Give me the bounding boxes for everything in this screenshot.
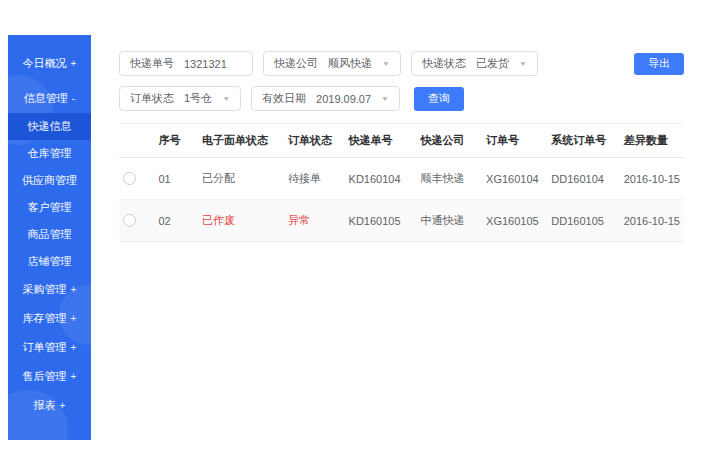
expand-icon: + [60, 400, 66, 411]
table-header-row: 序号 电子面单状态 订单状态 快递单号 快递公司 订单号 系统订单号 差异数量 [119, 124, 684, 158]
sidebar-item-customer-management[interactable]: 客户管理 [8, 194, 91, 221]
row-radio-button[interactable] [123, 214, 136, 227]
sidebar-item-label: 订单管理 [23, 340, 67, 355]
express-number-label: 快递单号 [130, 56, 174, 71]
results-table: 序号 电子面单状态 订单状态 快递单号 快递公司 订单号 系统订单号 差异数量 … [119, 123, 684, 242]
order-status-value: 1号仓 [184, 91, 212, 106]
express-status-label: 快递状态 [422, 56, 466, 71]
cell-express-number: KD160104 [345, 158, 417, 200]
filter-row-1: 快递单号 快递公司 顺风快递 ▼ 快递状态 已发货 ▼ 导出 [119, 51, 684, 76]
cell-order-status: 待接单 [284, 158, 345, 200]
header-order-number: 订单号 [482, 124, 547, 158]
main-content: 快递单号 快递公司 顺风快递 ▼ 快递状态 已发货 ▼ 导出 订单状态 1号仓 … [91, 35, 700, 440]
valid-date-value: 2019.09.07 [316, 93, 371, 105]
expand-icon: + [71, 371, 77, 382]
sidebar-item-label: 报表 [34, 398, 56, 413]
sidebar-item-label: 仓库管理 [28, 146, 72, 161]
valid-date-label: 有效日期 [262, 91, 306, 106]
sidebar-item-label: 店铺管理 [28, 254, 72, 269]
select-column-header [119, 124, 154, 158]
sidebar-item-info-management[interactable]: 信息管理 - [8, 84, 91, 113]
search-button[interactable]: 查询 [414, 87, 464, 111]
sidebar-item-order-management[interactable]: 订单管理 + [8, 333, 91, 362]
chevron-down-icon: ▼ [381, 95, 389, 102]
valid-date-select[interactable]: 有效日期 2019.09.07 ▼ [251, 86, 400, 111]
sidebar-item-label: 供应商管理 [22, 173, 77, 188]
sidebar: 今日概况 + 信息管理 - 快递信息 仓库管理 供应商管理 客户管理 商品管理 [8, 35, 91, 440]
chevron-down-icon: ▼ [382, 60, 390, 67]
sidebar-item-label: 快递信息 [28, 119, 72, 134]
header-order-status: 订单状态 [284, 124, 345, 158]
express-number-input[interactable] [184, 58, 242, 70]
order-status-select[interactable]: 订单状态 1号仓 ▼ [119, 86, 241, 111]
header-system-order-number: 系统订单号 [547, 124, 619, 158]
sidebar-item-warehouse-management[interactable]: 仓库管理 [8, 140, 91, 167]
cell-order-status: 异常 [284, 200, 345, 242]
sidebar-item-label: 售后管理 [23, 369, 67, 384]
header-express-company: 快递公司 [416, 124, 482, 158]
header-difference-quantity: 差异数量 [620, 124, 684, 158]
cell-order-number: XG160104 [482, 158, 547, 200]
cell-waybill-status: 已分配 [198, 158, 284, 200]
cell-seq: 02 [154, 200, 198, 242]
sidebar-item-purchase-management[interactable]: 采购管理 + [8, 275, 91, 304]
sidebar-item-aftersales-management[interactable]: 售后管理 + [8, 362, 91, 391]
express-number-filter: 快递单号 [119, 51, 253, 76]
sidebar-item-store-management[interactable]: 店铺管理 [8, 248, 91, 275]
header-express-number: 快递单号 [345, 124, 417, 158]
expand-icon: + [71, 342, 77, 353]
express-status-select[interactable]: 快递状态 已发货 ▼ [411, 51, 538, 76]
expand-icon: + [71, 58, 77, 69]
expand-icon: + [71, 313, 77, 324]
sidebar-item-reports[interactable]: 报表 + [8, 391, 91, 420]
sidebar-item-product-management[interactable]: 商品管理 [8, 221, 91, 248]
cell-seq: 01 [154, 158, 198, 200]
chevron-down-icon: ▼ [519, 60, 527, 67]
sidebar-item-label: 商品管理 [28, 227, 72, 242]
express-company-select[interactable]: 快递公司 顺风快递 ▼ [263, 51, 401, 76]
sidebar-item-supplier-management[interactable]: 供应商管理 [8, 167, 91, 194]
filter-row-2: 订单状态 1号仓 ▼ 有效日期 2019.09.07 ▼ 查询 [119, 86, 684, 111]
cell-express-number: KD160105 [345, 200, 417, 242]
cell-system-order-number: DD160105 [547, 200, 619, 242]
sidebar-item-express-info[interactable]: 快递信息 [8, 113, 91, 140]
cell-express-company: 中通快递 [416, 200, 482, 242]
express-company-label: 快递公司 [274, 56, 318, 71]
chevron-down-icon: ▼ [222, 95, 230, 102]
sidebar-item-label: 采购管理 [23, 282, 67, 297]
sidebar-item-label: 今日概况 [23, 56, 67, 71]
sidebar-item-inventory-management[interactable]: 库存管理 + [8, 304, 91, 333]
cell-waybill-status: 已作废 [198, 200, 284, 242]
sidebar-item-label: 库存管理 [23, 311, 67, 326]
order-status-label: 订单状态 [130, 91, 174, 106]
table-row: 02 已作废 异常 KD160105 中通快递 XG160105 DD16010… [119, 200, 684, 242]
collapse-icon: - [72, 93, 75, 104]
header-seq: 序号 [154, 124, 198, 158]
cell-difference-quantity: 2016-10-15 [620, 158, 684, 200]
cell-express-company: 顺丰快递 [416, 158, 482, 200]
sidebar-item-today-overview[interactable]: 今日概况 + [8, 49, 91, 78]
express-status-value: 已发货 [476, 56, 509, 71]
export-button[interactable]: 导出 [634, 53, 684, 75]
header-waybill-status: 电子面单状态 [198, 124, 284, 158]
app-window: 今日概况 + 信息管理 - 快递信息 仓库管理 供应商管理 客户管理 商品管理 [8, 35, 700, 440]
cell-order-number: XG160105 [482, 200, 547, 242]
sidebar-item-label: 信息管理 [24, 91, 68, 106]
express-company-value: 顺风快递 [328, 56, 372, 71]
row-radio-button[interactable] [123, 172, 136, 185]
cell-difference-quantity: 2016-10-15 [620, 200, 684, 242]
expand-icon: + [71, 284, 77, 295]
table-row: 01 已分配 待接单 KD160104 顺丰快递 XG160104 DD1601… [119, 158, 684, 200]
sidebar-menu: 今日概况 + 信息管理 - 快递信息 仓库管理 供应商管理 客户管理 商品管理 [8, 35, 91, 420]
cell-system-order-number: DD160104 [547, 158, 619, 200]
sidebar-item-label: 客户管理 [28, 200, 72, 215]
